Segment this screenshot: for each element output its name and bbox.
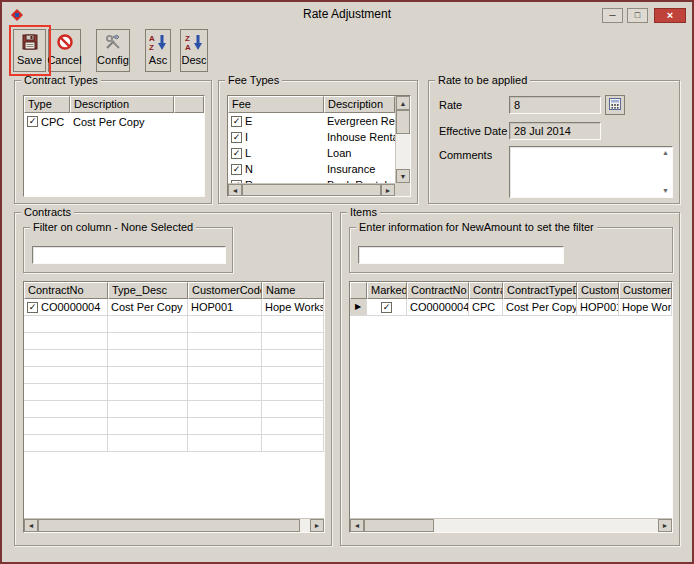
fee-types-body: ✓E Evergreen Rental ✓I Inhouse Rental ✓L… — [228, 113, 395, 183]
contract-row[interactable]: ✓ CO0000004 Cost Per Copy HOP001 Hope Wo… — [24, 299, 324, 316]
fee-column-header[interactable]: Fee — [228, 96, 324, 113]
scroll-rail[interactable] — [300, 519, 310, 532]
fee-row[interactable]: ✓N Insurance — [228, 161, 395, 177]
customer-code-cell: HOP001 — [188, 299, 262, 316]
items-filter-input[interactable] — [358, 246, 564, 264]
customername-column-header[interactable]: CustomerName — [619, 282, 672, 299]
horizontal-scroll-thumb[interactable] — [242, 184, 381, 196]
row-selector-cell[interactable]: ▶ — [350, 299, 367, 316]
config-button[interactable]: Config — [96, 29, 130, 72]
vertical-scroll-thumb[interactable] — [396, 110, 410, 134]
check-icon: ✓ — [29, 303, 37, 312]
customercode-column-header[interactable]: Customer — [577, 282, 619, 299]
contracttype-column-header[interactable]: Contra — [469, 282, 503, 299]
comments-box[interactable]: ▲ ▼ — [509, 146, 673, 198]
sort-desc-icon: ZA — [184, 33, 204, 53]
horizontal-scroll-thumb[interactable] — [364, 519, 434, 532]
comments-scroll-up-icon[interactable]: ▲ — [662, 149, 669, 157]
contracts-body: ✓ CO0000004 Cost Per Copy HOP001 Hope Wo… — [24, 299, 324, 518]
fee-description: Evergreen Rental — [324, 113, 395, 129]
type-column-header[interactable]: Type — [24, 96, 70, 113]
maximize-button[interactable]: □ — [627, 8, 648, 23]
effective-date-field[interactable]: 28 Jul 2014 — [509, 122, 601, 140]
customer-name-cell: Hope Works — [262, 299, 324, 316]
contract-types-group: Contract Types Type Description ✓ CPC Co… — [14, 80, 212, 204]
scroll-down-button[interactable]: ▼ — [396, 169, 410, 183]
description-column-header[interactable]: Description — [70, 96, 174, 113]
fee-checkbox[interactable]: ✓ — [231, 164, 242, 175]
fee-row[interactable]: ✓I Inhouse Rental — [228, 129, 395, 145]
marked-cell: ✓ — [367, 299, 407, 316]
save-button[interactable]: Save — [13, 29, 46, 72]
check-icon: ✓ — [29, 117, 37, 126]
cancel-button[interactable]: Cancel — [48, 29, 81, 72]
scroll-right-button[interactable]: ► — [658, 519, 672, 532]
scroll-down-icon: ▼ — [400, 173, 407, 180]
contract-type-checkbox[interactable]: ✓ — [27, 116, 38, 127]
scroll-right-button[interactable]: ► — [381, 184, 395, 196]
asc-button[interactable]: AZ Asc — [145, 29, 171, 72]
effective-date-label: Effective Date — [439, 125, 507, 138]
empty-row — [24, 418, 324, 435]
fee-row[interactable]: ✓L Loan — [228, 145, 395, 161]
fee-checkbox[interactable]: ✓ — [231, 132, 242, 143]
fee-checkbox[interactable]: ✓ — [231, 148, 242, 159]
name-column-header[interactable]: Name — [262, 282, 324, 299]
contract-types-title: Contract Types — [21, 74, 101, 87]
svg-text:Z: Z — [149, 43, 154, 51]
typedesc-column-header[interactable]: Type_Desc — [108, 282, 188, 299]
fee-types-grid: Fee Description ✓E Evergreen Rental ✓I I… — [227, 95, 411, 197]
row-selector-icon: ▶ — [355, 301, 361, 313]
rate-field[interactable]: 8 — [509, 96, 601, 114]
title-bar[interactable]: Rate Adjustment — [2, 2, 692, 26]
scroll-left-icon: ◄ — [354, 522, 361, 529]
empty-row — [24, 384, 324, 401]
marked-checkbox[interactable]: ✓ — [381, 302, 392, 313]
contracts-group: Contracts Filter on column - None Select… — [14, 212, 332, 546]
scroll-left-button[interactable]: ◄ — [350, 519, 364, 532]
rate-adjustment-window: Rate Adjustment ─ □ × Save Cancel Config… — [0, 0, 694, 564]
desc-button[interactable]: ZA Desc — [180, 29, 208, 72]
contracttypedesc-column-header[interactable]: ContractTypeD — [503, 282, 577, 299]
item-customer-name-cell: Hope Works — [619, 299, 672, 316]
contract-type-cell: ✓ CPC — [24, 113, 70, 130]
empty-row — [24, 401, 324, 418]
scroll-left-button[interactable]: ◄ — [24, 519, 38, 532]
close-button[interactable]: × — [654, 8, 686, 23]
contracts-filter-label: Filter on column - None Selected — [30, 221, 196, 234]
check-icon: ✓ — [233, 149, 241, 158]
marked-column-header[interactable]: Marked — [367, 282, 407, 299]
contracts-grid: ContractNo Type_Desc CustomerCode Name ✓… — [23, 281, 325, 533]
fee-description-column-header[interactable]: Description — [324, 96, 395, 113]
contract-type-code: CPC — [41, 116, 64, 128]
contractno-column-header[interactable]: ContractNo — [24, 282, 108, 299]
contract-checkbox[interactable]: ✓ — [27, 302, 38, 313]
row-selector-header — [350, 282, 367, 299]
scroll-right-button[interactable]: ► — [310, 519, 324, 532]
comments-scroll-down-icon[interactable]: ▼ — [662, 187, 669, 195]
fee-types-header: Fee Description — [228, 96, 395, 113]
rate-lookup-button[interactable] — [605, 95, 625, 115]
scroll-up-button[interactable]: ▲ — [396, 96, 410, 110]
items-grid: Marked ContractNo Contra ContractTypeD C… — [349, 281, 673, 533]
svg-text:Z: Z — [185, 34, 190, 43]
horizontal-scroll-thumb[interactable] — [38, 519, 300, 532]
minimize-icon: ─ — [609, 10, 615, 20]
fee-types-horizontal-scrollbar: ◄ ► — [228, 183, 395, 196]
check-icon: ✓ — [233, 165, 241, 174]
contract-type-row[interactable]: ✓ CPC Cost Per Copy — [24, 113, 204, 130]
empty-row — [24, 333, 324, 350]
rate-label: Rate — [439, 99, 462, 112]
contractno-column-header[interactable]: ContractNo — [407, 282, 469, 299]
customercode-column-header[interactable]: CustomerCode — [188, 282, 262, 299]
item-row[interactable]: ▶ ✓ CO0000004 CPC Cost Per Copy HOP001 H… — [350, 299, 672, 316]
scroll-right-icon: ► — [662, 522, 669, 529]
scroll-rail[interactable] — [434, 519, 658, 532]
scroll-rail[interactable] — [396, 134, 410, 169]
fee-checkbox[interactable]: ✓ — [231, 116, 242, 127]
scroll-left-button[interactable]: ◄ — [228, 184, 242, 196]
scroll-left-icon: ◄ — [28, 522, 35, 529]
fee-row[interactable]: ✓E Evergreen Rental — [228, 113, 395, 129]
contracts-filter-input[interactable] — [32, 246, 226, 264]
minimize-button[interactable]: ─ — [602, 8, 623, 23]
